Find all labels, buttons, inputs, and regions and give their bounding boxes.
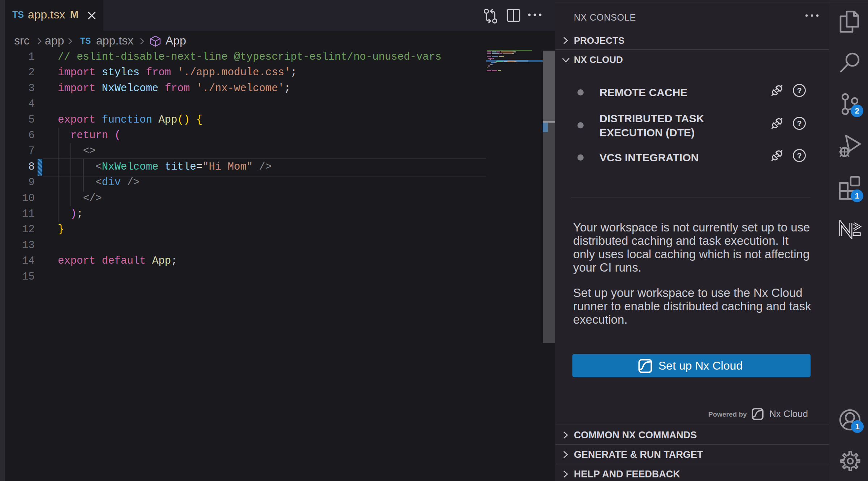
svg-text:?: ?	[797, 119, 802, 128]
svg-text:?: ?	[797, 86, 802, 95]
svg-text:?: ?	[797, 151, 802, 160]
